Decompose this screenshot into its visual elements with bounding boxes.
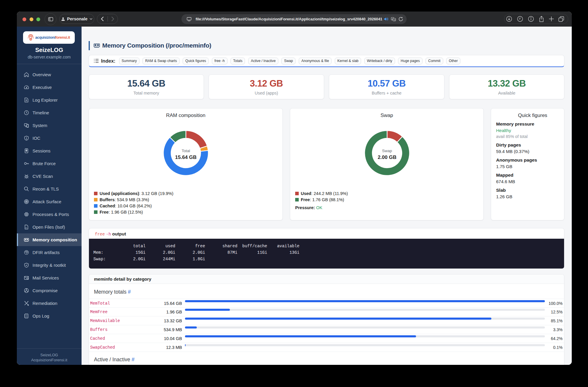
svg-text:A: A (392, 18, 393, 20)
svg-text:文: 文 (394, 19, 396, 21)
svg-text:01: 01 (25, 227, 27, 229)
